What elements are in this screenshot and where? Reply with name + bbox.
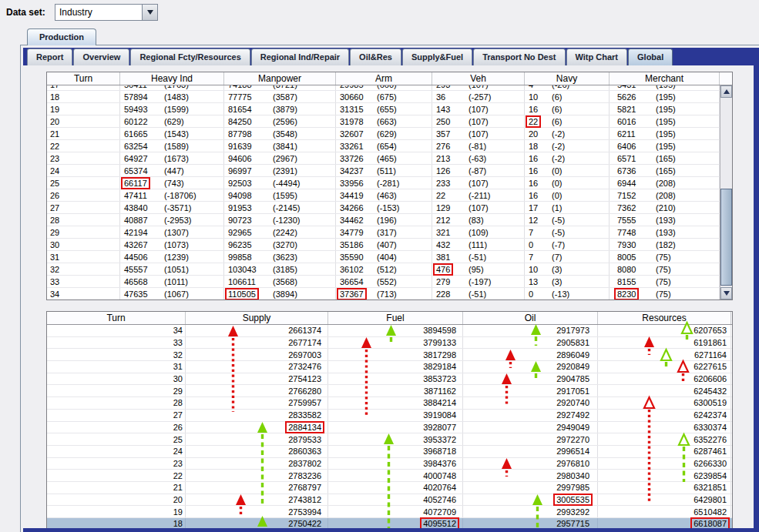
cell-resources: 6300519 xyxy=(598,397,731,409)
column-header-fuel[interactable]: Fuel xyxy=(328,312,463,324)
bottom-table-row-turn-20[interactable]: 202743812405274630055356429801 xyxy=(47,494,732,507)
cell-turn: 30 xyxy=(47,373,186,385)
column-header-resources[interactable]: Resources xyxy=(598,312,731,324)
cell-oil: 2972270 xyxy=(463,433,598,445)
inner-tabbed-pane: ReportOverviewRegional Fcty/ResourcesReg… xyxy=(23,48,759,532)
cell-veh: 212(83) xyxy=(432,214,525,226)
cell-turn: 28 xyxy=(47,214,120,226)
bottom-table-row-turn-23[interactable]: 232837802398437629768106266330 xyxy=(47,458,732,470)
bottom-table-row-turn-24[interactable]: 242860363396871829965146287461 xyxy=(47,446,732,458)
column-header-turn[interactable]: Turn xyxy=(47,312,186,324)
scrollbar-thumb[interactable] xyxy=(720,189,732,286)
bottom-table-row-turn-25[interactable]: 252879533395337229722706352276 xyxy=(47,433,732,446)
bottom-table-row-turn-31[interactable]: 312732476382918429208496227615 xyxy=(47,361,732,373)
bottom-table-row-turn-29[interactable]: 292766280387116229170516245432 xyxy=(47,385,732,397)
cell-fuel: 3853723 xyxy=(328,373,463,385)
cell-merchant: 6944(208) xyxy=(610,177,720,189)
cell-veh: 143(107) xyxy=(432,103,525,115)
scroll-up-button[interactable] xyxy=(720,85,732,98)
chevron-down-icon xyxy=(147,10,153,15)
tab-regional-ind-repair[interactable]: Regional Ind/Repair xyxy=(251,49,349,65)
cell-navy: 4(-26) xyxy=(525,85,610,90)
dataset-combobox[interactable]: Industry xyxy=(55,4,158,21)
top-table-row-turn-22[interactable]: 2263254(1589)91639(3841)33261(654)276(-8… xyxy=(47,140,720,152)
column-header-heavy-ind[interactable]: Heavy Ind xyxy=(120,72,224,85)
cell-oil: 2904785 xyxy=(463,373,598,385)
top-table-row-turn-30[interactable]: 3043267(1073)96235(3270)35186(407)432(11… xyxy=(47,239,720,251)
top-table-row-turn-25[interactable]: 2566117(743)92503(-4494)33956(-281)233(1… xyxy=(47,177,720,189)
cell-veh: 36(-257) xyxy=(432,91,525,102)
tab-production[interactable]: Production xyxy=(27,28,96,45)
vertical-scrollbar[interactable] xyxy=(720,85,732,299)
cell-heavy-ind: 63254(1589) xyxy=(120,140,224,152)
global-panel: TurnHeavy IndManpowerArmVehNavyMerchant … xyxy=(23,65,754,528)
bottom-table-row-turn-26[interactable]: 262884134392807729490496330374 xyxy=(47,422,732,434)
tab-regional-fcty-resources[interactable]: Regional Fcty/Resources xyxy=(130,49,250,65)
bottom-table-row-turn-32[interactable]: 322697003381729828960496271164 xyxy=(47,349,732,361)
cell-resources: 6287461 xyxy=(598,446,731,457)
cell-turn: 29 xyxy=(47,226,120,238)
combobox-dropdown-button[interactable] xyxy=(142,5,157,20)
cell-arm: 34462(196) xyxy=(336,214,432,226)
scroll-down-button[interactable] xyxy=(720,287,732,299)
top-table-row-turn-24[interactable]: 2465374(447)96997(2391)34237(511)126(-87… xyxy=(47,165,720,177)
cell-supply: 2753994 xyxy=(186,506,328,517)
column-header-oil[interactable]: Oil xyxy=(463,312,598,324)
cell-fuel: 3894598 xyxy=(328,325,463,336)
tab-report[interactable]: Report xyxy=(27,49,72,65)
cell-oil: 2917973 xyxy=(463,325,598,336)
top-table-row-turn-34[interactable]: 3447635(1067)110505(3894)37367(713)228(-… xyxy=(47,288,720,299)
tab-global[interactable]: Global xyxy=(628,49,673,65)
bottom-table-row-turn-30[interactable]: 302754123385372329047856206606 xyxy=(47,373,732,386)
column-header-veh[interactable]: Veh xyxy=(432,72,525,85)
column-header-arm[interactable]: Arm xyxy=(336,72,432,85)
scrollbar-track[interactable] xyxy=(720,98,732,287)
top-table-row-turn-23[interactable]: 2364927(1673)94606(2967)33726(465)213(-6… xyxy=(47,152,720,165)
top-table-row-turn-31[interactable]: 3144506(1239)99858(3623)35590(404)381(-5… xyxy=(47,251,720,263)
bottom-table-row-turn-21[interactable]: 212768797402076429979856321851 xyxy=(47,482,732,494)
top-table-row-turn-28[interactable]: 2840887(-2953)90723(-1230)34462(196)212(… xyxy=(47,214,720,226)
cell-merchant: 8230(75) xyxy=(610,288,720,299)
bottom-table-row-turn-28[interactable]: 282759957388421429207406300519 xyxy=(47,397,732,410)
tab-overview[interactable]: Overview xyxy=(73,49,129,65)
tab-supply-fuel[interactable]: Supply&Fuel xyxy=(402,49,472,65)
cell-turn: 30 xyxy=(47,239,120,250)
cell-turn: 28 xyxy=(47,397,186,409)
cell-oil: 2905831 xyxy=(463,337,598,349)
bottom-table-row-turn-22[interactable]: 222783236400074829803406239854 xyxy=(47,470,732,482)
cell-arm: 33261(654) xyxy=(336,140,432,152)
cell-navy: 7(7) xyxy=(525,251,610,263)
bottom-table-row-turn-34[interactable]: 342661374389459829179736207653 xyxy=(47,325,732,337)
cell-navy: 20(-2) xyxy=(525,128,610,139)
cell-resources: 6239854 xyxy=(598,470,731,481)
top-table-row-turn-27[interactable]: 2743840(-3571)91953(-2145)34266(-153)129… xyxy=(47,202,720,214)
column-header-turn[interactable]: Turn xyxy=(47,72,120,85)
cell-merchant: 5821(195) xyxy=(610,103,720,115)
top-table-row-turn-33[interactable]: 3346568(1011)106611(3568)36654(552)279(-… xyxy=(47,276,720,288)
column-header-supply[interactable]: Supply xyxy=(186,312,328,324)
bottom-table-row-turn-27[interactable]: 272833582391908429274926242374 xyxy=(47,410,732,422)
tab-oil-res[interactable]: Oil&Res xyxy=(350,49,401,65)
top-table-row-turn-19[interactable]: 1959493(1599)81654(3879)31315(655)143(10… xyxy=(47,103,720,115)
column-header-navy[interactable]: Navy xyxy=(525,72,610,85)
cell-turn: 17 xyxy=(47,85,120,90)
bottom-table-row-turn-18[interactable]: 182750422409551229577156618087 xyxy=(47,518,732,528)
tab-witp-chart[interactable]: Witp Chart xyxy=(566,49,628,65)
tab-transport-no-dest[interactable]: Transport No Dest xyxy=(473,49,565,65)
triangle-up-icon xyxy=(724,89,730,94)
top-table-row-turn-29[interactable]: 2942194(1307)92965(2242)34779(317)321(10… xyxy=(47,226,720,239)
top-table-row-turn-20[interactable]: 2060122(629)84250(2596)31978(663)250(107… xyxy=(47,115,720,128)
bottom-table-row-turn-19[interactable]: 192753994407270929932926510482 xyxy=(47,506,732,518)
top-table-row-turn-21[interactable]: 2161665(1543)87798(3548)32607(629)357(10… xyxy=(47,128,720,140)
cell-supply: 2743812 xyxy=(186,494,328,506)
dataset-label: Data set: xyxy=(6,7,45,18)
top-table-row-turn-18[interactable]: 1857894(1483)77775(3587)30660(675)36(-25… xyxy=(47,91,720,103)
column-header-merchant[interactable]: Merchant xyxy=(610,72,720,85)
top-table-row-turn-32[interactable]: 3245557(1051)103043(3185)36102(512)476(9… xyxy=(47,263,720,276)
cell-supply: 2759957 xyxy=(186,397,328,409)
cell-supply: 2884134 xyxy=(186,422,328,433)
column-header-manpower[interactable]: Manpower xyxy=(224,72,336,85)
top-table-row-turn-26[interactable]: 2647411(-18706)94098(1595)34419(463)22(-… xyxy=(47,189,720,202)
top-table-row-turn-17[interactable]: 1756411(1763)74188(3721)29985(660)293(10… xyxy=(47,85,720,91)
bottom-table-row-turn-33[interactable]: 332677174379913329058316191861 xyxy=(47,337,732,350)
